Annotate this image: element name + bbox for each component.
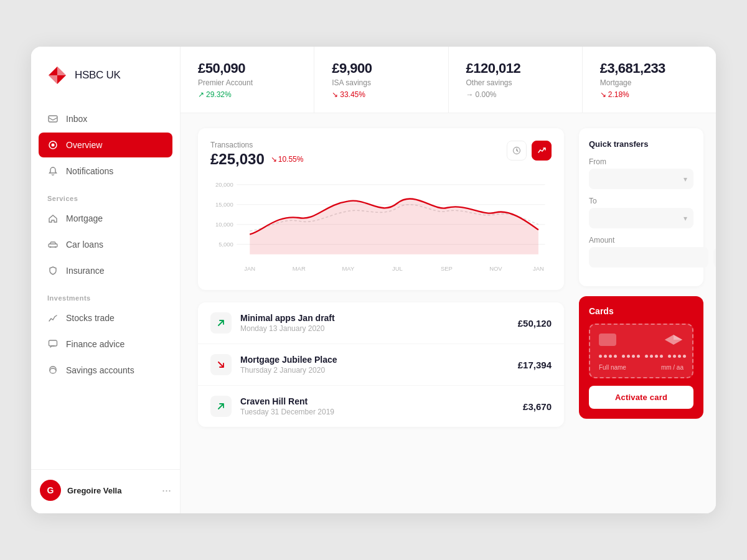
right-panel: Quick transfers From To <box>579 113 716 513</box>
isa-amount: £9,900 <box>332 60 430 77</box>
arrow-neutral-icon: → <box>466 90 474 99</box>
chart-header: Transactions £25,030 ↘ 10.55% <box>210 141 552 168</box>
sidebar-item-mortgage[interactable]: Mortgage <box>39 206 172 231</box>
card-dot <box>604 355 607 358</box>
isa-label: ISA savings <box>332 78 430 87</box>
isa-change: ↘ 33.45% <box>332 90 430 99</box>
chart-area: 20,000 15,000 10,000 5,000 JAN MAR MAY J… <box>210 178 552 278</box>
card-dot-group-4 <box>668 355 686 358</box>
sidebar-item-stocks[interactable]: Stocks trade <box>39 306 172 330</box>
table-row: Mortgage Jubilee Place Thursday 2 Januar… <box>198 344 564 386</box>
services-section-label: Services <box>39 185 172 206</box>
tx-amount: £50,120 <box>518 318 552 329</box>
card-dot <box>678 355 681 358</box>
card-dot <box>599 355 602 358</box>
investments-section-label: Investments <box>39 284 172 306</box>
logo: HSBC UK <box>31 64 180 106</box>
table-row: Minimal apps Jan draft Monday 13 January… <box>198 302 564 344</box>
card-number-row <box>599 355 684 358</box>
chart-change: ↘ 10.55% <box>271 155 304 164</box>
sidebar-item-overview[interactable]: Overview <box>39 133 172 157</box>
svg-text:JAN: JAN <box>244 265 255 272</box>
shield-icon <box>47 265 59 276</box>
notifications-icon <box>47 166 59 177</box>
svg-point-10 <box>50 368 56 373</box>
chart-trend-button[interactable] <box>532 141 552 161</box>
card-fullname-label: Full name <box>599 364 626 371</box>
insurance-label: Insurance <box>66 266 104 276</box>
amount-input[interactable] <box>589 247 708 268</box>
to-select[interactable] <box>589 208 693 228</box>
tx-date: Tuesday 31 December 2019 <box>240 408 514 416</box>
sidebar-item-insurance[interactable]: Insurance <box>39 258 172 283</box>
chart-label: Transactions <box>210 141 303 149</box>
sidebar-item-car-loans[interactable]: Car loans <box>39 232 172 257</box>
tx-name: Minimal apps Jan draft <box>240 313 509 323</box>
svg-marker-28 <box>674 335 682 340</box>
arrow-down-icon: ↘ <box>332 90 338 99</box>
card-dot <box>622 355 625 358</box>
table-row: Craven Hill Rent Tuesday 31 December 201… <box>198 386 564 427</box>
tx-name: Mortgage Jubilee Place <box>240 355 509 365</box>
chat-icon <box>47 338 59 350</box>
tx-amount: £17,394 <box>518 360 552 370</box>
currency-selector[interactable]: GBP ▾ <box>713 248 716 268</box>
chart-change-arrow-icon: ↘ <box>271 155 277 164</box>
other-change: → 0.00% <box>466 90 565 99</box>
app-container: HSBC UK Inbox <box>31 47 716 513</box>
amount-label: Amount <box>589 236 693 245</box>
svg-text:JUL: JUL <box>392 265 403 272</box>
stat-card-other-savings: £120,012 Other savings → 0.00% <box>449 47 583 113</box>
stat-card-mortgage: £3,681,233 Mortgage ↘ 2.18% <box>583 47 716 113</box>
card-dot <box>668 355 671 358</box>
inbox-label: Inbox <box>66 114 87 124</box>
card-dot-group-1 <box>599 355 617 358</box>
to-select-wrap <box>589 208 693 228</box>
arrow-down2-icon: ↘ <box>600 90 606 99</box>
activate-card-button[interactable]: Activate card <box>589 386 693 409</box>
premier-amount: £50,090 <box>198 60 296 77</box>
sidebar-item-savings[interactable]: Savings accounts <box>39 358 172 383</box>
stat-card-isa: £9,900 ISA savings ↘ 33.45% <box>314 47 448 113</box>
stat-card-premier: £50,090 Premier Account ↗ 29.32% <box>181 47 314 113</box>
svg-text:10,000: 10,000 <box>215 221 233 228</box>
card-dot <box>614 355 617 358</box>
svg-rect-9 <box>49 340 57 346</box>
sidebar-item-inbox[interactable]: Inbox <box>39 106 172 131</box>
tx-date: Thursday 2 January 2020 <box>240 366 509 375</box>
cards-card: Cards <box>579 296 703 419</box>
from-select[interactable] <box>589 169 693 189</box>
mortgage-amount: £3,681,233 <box>600 60 698 77</box>
other-amount: £120,012 <box>466 60 565 77</box>
sidebar-item-notifications[interactable]: Notifications <box>39 159 172 184</box>
svg-text:MAR: MAR <box>293 265 306 272</box>
mortgage-stat-label: Mortgage <box>600 78 698 87</box>
svg-text:JAN: JAN <box>533 265 544 272</box>
chart-amount-row: £25,030 ↘ 10.55% <box>210 151 303 168</box>
arrow-up-right-icon <box>217 319 225 327</box>
user-footer: G Gregoire Vella ··· <box>31 469 180 501</box>
more-options-icon[interactable]: ··· <box>162 484 171 497</box>
card-dot <box>660 355 663 358</box>
chart-title-area: Transactions £25,030 ↘ 10.55% <box>210 141 303 168</box>
quick-transfers-card: Quick transfers From To <box>579 128 703 286</box>
arrow-down-right-icon <box>217 360 225 369</box>
chart-settings-button[interactable] <box>507 141 527 161</box>
tx-info: Mortgage Jubilee Place Thursday 2 Januar… <box>240 355 509 375</box>
cards-title: Cards <box>589 306 693 316</box>
amount-field: Amount GBP ▾ <box>589 236 693 268</box>
tx-icon-down <box>210 354 232 375</box>
main-nav: Inbox Overview <box>31 106 180 464</box>
sidebar-item-finance-advice[interactable]: Finance advice <box>39 332 172 357</box>
svg-point-8 <box>55 246 56 248</box>
card-dot-group-2 <box>622 355 640 358</box>
hsbc-logo-icon <box>46 64 68 86</box>
mortgage-label: Mortgage <box>66 213 103 223</box>
arrow-up-right2-icon <box>217 402 225 411</box>
svg-text:5,000: 5,000 <box>218 241 233 248</box>
chart-section: Transactions £25,030 ↘ 10.55% <box>198 128 564 290</box>
avatar: G <box>40 480 61 501</box>
tx-info: Minimal apps Jan draft Monday 13 January… <box>240 313 509 333</box>
transactions-list: Minimal apps Jan draft Monday 13 January… <box>198 302 564 427</box>
premier-change: ↗ 29.32% <box>198 90 296 99</box>
